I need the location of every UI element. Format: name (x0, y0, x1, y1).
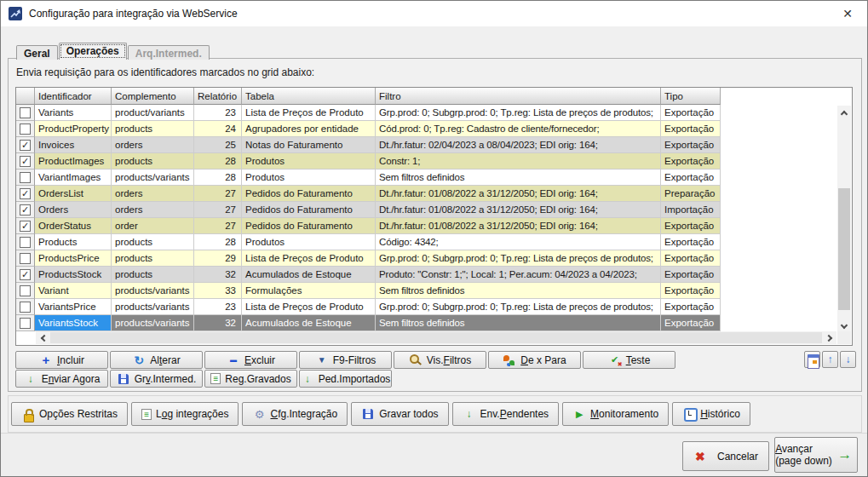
horizontal-scrollbar[interactable] (36, 331, 836, 344)
row-checkbox[interactable] (20, 107, 31, 118)
cell-tipo[interactable]: Exportação (661, 105, 721, 121)
cell-identificador[interactable]: ProductProperty (35, 121, 112, 137)
move-up-button[interactable]: ↑ (822, 351, 838, 368)
cell-relatorio[interactable]: 24 (194, 121, 242, 137)
title-bar[interactable]: Configuração para integração via WebServ… (1, 1, 867, 26)
cell-tabela[interactable]: Acumulados de Estoque (242, 267, 376, 283)
row-checkbox[interactable] (20, 172, 31, 183)
grv-intermed-button[interactable]: Grv.Intermed. (110, 370, 203, 388)
row-checkbox[interactable]: ✓ (20, 140, 31, 151)
cell-identificador[interactable]: Variants (35, 105, 112, 121)
row-checkbox[interactable] (20, 285, 31, 296)
cell-filtro[interactable]: Dt./hr.fatur: 02/04/2023 a 08/04/2023; E… (376, 137, 661, 153)
cell-identificador[interactable]: VariantImages (35, 170, 112, 186)
reg-gravados-button[interactable]: ≡Reg.Gravados (204, 370, 297, 388)
horizontal-scroll-thumb[interactable] (50, 332, 822, 343)
cell-tipo[interactable]: Exportação (661, 137, 721, 153)
cell-tabela[interactable]: Lista de Preços de Produto (242, 299, 376, 315)
cell-tipo[interactable]: Preparação (661, 186, 721, 202)
row-checkbox[interactable]: ✓ (20, 188, 31, 199)
cell-tipo[interactable]: Exportação (661, 218, 721, 234)
grid-row[interactable]: ProductsPriceproducts29Lista de Preços d… (16, 250, 721, 267)
grid-row[interactable]: ✓ProductImagesproducts28ProdutosConstr: … (16, 153, 721, 170)
cell-relatorio[interactable]: 27 (194, 218, 242, 234)
cell-tabela[interactable]: Produtos (242, 170, 376, 186)
enviar-agora-button[interactable]: ↓Enviar Agora (15, 370, 108, 388)
cell-filtro[interactable]: Dt./hr.fatur: 01/08/2022 a 31/12/2050; E… (376, 186, 661, 202)
cell-complemento[interactable]: products/variants (112, 283, 194, 299)
col-header-filtro[interactable]: Filtro (376, 88, 661, 105)
col-header-complemento[interactable]: Complemento (112, 88, 194, 105)
cell-filtro[interactable]: Grp.prod: 0; Subgrp.prod: 0; Tp.reg: Lis… (376, 105, 661, 121)
row-checkbox[interactable] (20, 302, 31, 313)
cell-relatorio[interactable]: 28 (194, 153, 242, 170)
cell-relatorio[interactable]: 28 (194, 234, 242, 250)
cell-identificador[interactable]: ProductImages (35, 153, 112, 170)
grid-row[interactable]: VariantsStockproducts/variants32Acumulad… (16, 315, 721, 331)
grid-row[interactable]: VariantsPriceproducts/variants23Lista de… (16, 299, 721, 315)
cfg-integracao-button[interactable]: ⚙Cfg.Integração (242, 402, 348, 426)
cell-identificador[interactable]: ProductsPrice (35, 250, 112, 267)
cell-filtro[interactable]: Produto: "Constr: 1;"; Local: 1; Per.acu… (376, 267, 661, 283)
grid-row[interactable]: VariantImagesproducts/variants28Produtos… (16, 170, 721, 186)
cell-filtro[interactable]: Sem filtros definidos (376, 170, 661, 186)
historico-button[interactable]: Histórico (672, 402, 750, 426)
cell-filtro[interactable]: Cód.prod: 0; Tp.reg: Cadastro de cliente… (376, 121, 661, 137)
f9-filtros-button[interactable]: ▼F9-Filtros (299, 351, 392, 369)
cell-relatorio[interactable]: 23 (194, 105, 242, 121)
cell-relatorio[interactable]: 33 (194, 283, 242, 299)
cell-complemento[interactable]: orders (112, 137, 194, 153)
cell-relatorio[interactable]: 27 (194, 186, 242, 202)
cell-tabela[interactable]: Lista de Preços de Produto (242, 250, 376, 267)
cell-complemento[interactable]: orders (112, 186, 194, 202)
cell-relatorio[interactable]: 32 (194, 315, 242, 331)
incluir-button[interactable]: +Incluir (15, 351, 108, 369)
cell-tabela[interactable]: Produtos (242, 153, 376, 170)
cell-tabela[interactable]: Produtos (242, 234, 376, 250)
row-checkbox[interactable]: ✓ (20, 204, 31, 216)
vertical-scroll-thumb[interactable] (838, 188, 850, 310)
cell-tipo[interactable]: Exportação (661, 315, 721, 331)
grid-row[interactable]: Variantsproduct/variants23Lista de Preço… (16, 105, 721, 121)
cell-tabela[interactable]: Acumulados de Estoque (242, 315, 376, 331)
cell-tipo[interactable]: Exportação (661, 153, 721, 170)
cell-relatorio[interactable]: 23 (194, 299, 242, 315)
cell-identificador[interactable]: Orders (35, 202, 112, 218)
tab-geral[interactable]: Geral (16, 45, 58, 60)
cell-tabela[interactable]: Notas do Faturamento (242, 137, 376, 153)
cell-complemento[interactable]: products/variants (112, 299, 194, 315)
cell-complemento[interactable]: products (112, 234, 194, 250)
cell-identificador[interactable]: VariantsStock (35, 315, 112, 331)
cell-tipo[interactable]: Exportação (661, 170, 721, 186)
cell-filtro[interactable]: Grp.prod: 0; Subgrp.prod: 0; Tp.reg: Lis… (376, 299, 661, 315)
grid-row[interactable]: ✓Invoicesorders25Notas do FaturamentoDt.… (16, 137, 721, 153)
grid-row[interactable]: ProductPropertyproducts24Agrupadores por… (16, 121, 721, 137)
teste-button[interactable]: ✔Teste (583, 351, 675, 369)
grid-row[interactable]: ✓ProductsStockproducts32Acumulados de Es… (16, 267, 721, 283)
grid-row[interactable]: ✓OrderStatusorder27Pedidos do Faturament… (16, 218, 721, 234)
grid-row[interactable]: Variantproducts/variants33FormulaçõesSem… (16, 283, 721, 299)
cell-tipo[interactable]: Exportação (661, 250, 721, 267)
cell-relatorio[interactable]: 27 (194, 202, 242, 218)
row-checkbox[interactable] (20, 253, 31, 264)
cell-relatorio[interactable]: 29 (194, 250, 242, 267)
cell-tipo[interactable]: Exportação (661, 121, 721, 137)
avancar-button[interactable]: Avançar (page down) → (774, 437, 858, 473)
cell-relatorio[interactable]: 28 (194, 170, 242, 186)
cell-tipo[interactable]: Exportação (661, 267, 721, 283)
opcoes-restritas-button[interactable]: Opções Restritas (11, 402, 128, 426)
tab-operacoes[interactable]: Operações (59, 43, 127, 60)
grid-options-button[interactable] (804, 351, 820, 368)
move-down-button[interactable]: ↓ (840, 351, 856, 368)
cell-tabela[interactable]: Agrupadores por entidade (242, 121, 376, 137)
cell-filtro[interactable]: Dt./hr.fatur: 01/08/2022 a 31/12/2050; E… (376, 218, 661, 234)
col-header-tipo[interactable]: Tipo (661, 88, 721, 105)
cell-complemento[interactable]: orders (112, 202, 194, 218)
col-header-tabela[interactable]: Tabela (242, 88, 376, 105)
row-checkbox[interactable] (20, 124, 31, 135)
cell-complemento[interactable]: products/variants (112, 170, 194, 186)
vertical-scrollbar[interactable] (837, 106, 851, 333)
cell-tipo[interactable]: Importação (661, 202, 721, 218)
cell-relatorio[interactable]: 25 (194, 137, 242, 153)
row-checkbox[interactable] (20, 237, 31, 248)
